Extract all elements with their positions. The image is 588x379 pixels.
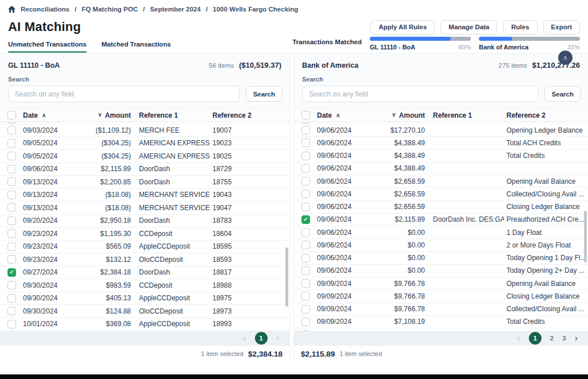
vertical-scrollbar[interactable] <box>584 211 587 262</box>
table-row[interactable]: 09/06/2024$2,115.89DoorDash18729 <box>0 163 289 176</box>
cell-amount: $2,950.18 <box>78 216 131 225</box>
row-checkbox[interactable] <box>7 320 16 328</box>
column-header-reference2[interactable]: Reference 2 <box>210 111 289 119</box>
vertical-scrollbar[interactable] <box>285 247 288 307</box>
column-header-amount[interactable]: ∨ Amount <box>78 111 131 119</box>
row-checkbox[interactable] <box>301 164 310 173</box>
table-row[interactable]: 09/05/2024($304.25)AMERICAN EXPRESS DE..… <box>0 137 289 150</box>
row-checkbox[interactable] <box>301 126 310 134</box>
table-row[interactable]: 09/06/2024$0.00Today Opening 1 Day Fl... <box>294 252 588 265</box>
cell-ref1: OloCCDeposit <box>131 256 210 264</box>
row-checkbox[interactable] <box>7 203 16 212</box>
row-checkbox[interactable] <box>7 229 16 238</box>
next-page-icon[interactable]: › <box>575 334 578 343</box>
table-row[interactable]: 09/06/2024$4,388.49 <box>294 163 588 175</box>
row-checkbox[interactable] <box>301 279 310 288</box>
row-checkbox[interactable] <box>7 177 16 186</box>
row-checkbox[interactable] <box>301 228 310 237</box>
breadcrumb-item-september-2024[interactable]: September 2024 <box>150 6 200 13</box>
row-checkbox[interactable] <box>301 305 310 314</box>
table-row[interactable]: 09/23/2024$132.12OloCCDeposit18593 <box>0 253 289 266</box>
row-checkbox[interactable] <box>301 254 310 262</box>
column-header-date[interactable]: Date ∧ <box>23 111 78 119</box>
page-button[interactable]: 1 <box>529 332 541 345</box>
row-checkbox[interactable] <box>301 318 310 326</box>
breadcrumb-item-account[interactable]: 1000 Wells Fargo Checking <box>213 6 299 13</box>
search-button[interactable]: Search <box>246 86 283 102</box>
table-row[interactable]: 09/06/2024$0.002 or More Days Float <box>294 239 588 252</box>
tab-unmatched-transactions[interactable]: Unmatched Transactions <box>8 37 87 53</box>
table-row[interactable]: 09/30/2024$983.59CCDeposit18988 <box>0 279 289 292</box>
select-all-checkbox[interactable] <box>7 111 16 119</box>
table-row[interactable]: 09/13/2024$2,200.85DoorDash18755 <box>0 176 289 189</box>
row-checkbox[interactable] <box>7 281 16 289</box>
column-header-reference2[interactable]: Reference 2 <box>504 111 588 119</box>
table-row[interactable]: 09/05/2024($304.25)AMERICAN EXPRESS DE..… <box>0 150 289 163</box>
column-header-reference1[interactable]: Reference 1 <box>131 111 210 119</box>
search-input[interactable] <box>8 86 240 102</box>
table-row[interactable]: 09/23/2024$565.09AppleCCDeposit18595 <box>0 241 289 254</box>
table-row[interactable]: 09/06/2024$0.00Today Opening 2+ Day ... <box>294 265 588 277</box>
table-row[interactable]: 09/06/2024$0.001 Day Float <box>294 226 588 239</box>
table-row[interactable]: 09/09/2024$7,108.19Total Credits <box>294 316 588 328</box>
breadcrumb-item-reconciliations[interactable]: Reconciliations <box>21 6 69 13</box>
scroll-to-top-button[interactable]: ∧ <box>558 51 572 65</box>
row-checkbox[interactable] <box>7 255 16 264</box>
row-checkbox[interactable]: ✓ <box>301 215 310 224</box>
row-checkbox[interactable] <box>301 177 310 185</box>
table-row[interactable]: 09/06/2024$17,270.10Opening Ledger Balan… <box>294 124 588 137</box>
row-checkbox[interactable] <box>7 139 16 148</box>
page-button[interactable]: 3 <box>562 335 566 342</box>
row-checkbox[interactable] <box>7 216 16 225</box>
table-row[interactable]: ✓09/06/2024$2,115.89DoorDash Inc. DES:GA… <box>294 214 588 226</box>
table-row[interactable]: 09/06/2024$4,388.49Total ACH Credits <box>294 137 588 149</box>
table-row[interactable]: 10/01/2024$369.08AppleCCDeposit18993 <box>0 318 289 331</box>
search-button[interactable]: Search <box>544 86 581 102</box>
row-checkbox[interactable] <box>301 138 310 147</box>
row-checkbox[interactable] <box>7 126 16 134</box>
row-checkbox[interactable] <box>7 242 16 251</box>
table-row[interactable]: 09/20/2024$2,950.18DoorDash18783 <box>0 215 289 228</box>
row-checkbox[interactable] <box>301 203 310 211</box>
table-row[interactable]: 09/09/2024$9,766.78Collected/Closing Ava… <box>294 303 588 316</box>
cell-amount: $124.88 <box>78 307 131 315</box>
row-checkbox[interactable] <box>301 152 310 160</box>
table-row[interactable]: 09/13/2024($18.08)MERCHANT SERVICE DE...… <box>0 202 289 215</box>
row-checkbox[interactable] <box>7 307 16 315</box>
row-checkbox[interactable] <box>301 190 310 198</box>
row-checkbox[interactable] <box>7 294 16 303</box>
row-checkbox[interactable] <box>7 191 16 199</box>
table-row[interactable]: 09/09/2024$9,766.78Closing Ledger Balanc… <box>294 290 588 303</box>
manage-data-button[interactable]: Manage Data <box>440 20 497 34</box>
home-icon[interactable] <box>8 6 16 13</box>
table-row[interactable]: 09/06/2024$2,658.59Closing Ledger Balanc… <box>294 201 588 214</box>
table-row[interactable]: 09/03/2024($1,109.12)MERCH FEE19007 <box>0 124 289 137</box>
table-row[interactable]: 09/09/2024$9,766.78Opening Avail Balance <box>294 277 588 290</box>
table-row[interactable]: 09/06/2024$2,658.59Opening Avail Balance <box>294 175 588 188</box>
row-checkbox[interactable]: ✓ <box>7 268 16 277</box>
column-header-date[interactable]: Date ∧ <box>317 111 372 119</box>
tab-matched-transactions[interactable]: Matched Transactions <box>102 37 171 53</box>
row-checkbox[interactable] <box>301 266 310 275</box>
breadcrumb-item-fq-matching-poc[interactable]: FQ Matching POC <box>82 6 138 13</box>
column-header-reference1[interactable]: Reference 1 <box>425 111 504 119</box>
row-checkbox[interactable] <box>301 292 310 300</box>
page-button[interactable]: 2 <box>550 335 554 342</box>
page-button[interactable]: 1 <box>255 332 268 345</box>
table-row[interactable]: 09/30/2024$124.88OloCCDeposit18973 <box>0 305 289 318</box>
apply-all-rules-button[interactable]: Apply All Rules <box>370 20 435 34</box>
table-row[interactable]: ✓09/27/2024$2,384.18DoorDash18817 <box>0 266 289 280</box>
table-row[interactable]: 09/23/2024$1,195.30CCDeposit18604 <box>0 227 289 241</box>
table-row[interactable]: 09/06/2024$4,388.49Total Credits <box>294 150 588 163</box>
row-checkbox[interactable] <box>301 241 310 249</box>
rules-button[interactable]: Rules <box>503 20 537 34</box>
export-button[interactable]: Export <box>543 20 580 34</box>
row-checkbox[interactable] <box>7 165 16 173</box>
column-header-amount[interactable]: ∨ Amount <box>372 111 425 119</box>
table-row[interactable]: 09/06/2024$2,658.59Collected/Closing Ava… <box>294 188 588 200</box>
row-checkbox[interactable] <box>7 152 16 160</box>
table-row[interactable]: 09/13/2024($18.08)MERCHANT SERVICE DE...… <box>0 189 289 202</box>
search-input[interactable] <box>302 86 539 102</box>
select-all-checkbox[interactable] <box>301 111 310 119</box>
table-row[interactable]: 09/30/2024$405.13AppleCCDeposit18975 <box>0 292 289 305</box>
